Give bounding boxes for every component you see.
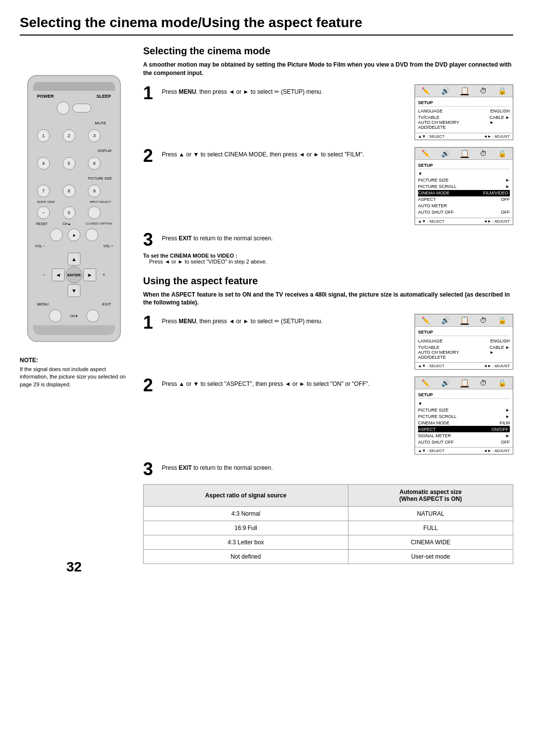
menu-icon-timer4: ⏱	[480, 379, 487, 387]
menu-icon-lock4: 🔒	[498, 379, 506, 387]
aspect-step-2: 2 Press ▲ or ▼ to select "ASPECT", then …	[143, 377, 513, 454]
exit-label: EXIT	[102, 302, 111, 306]
cinema-step1-text: Press MENU, then press ◄ or ► to select …	[162, 84, 410, 96]
cinema-mode-intro: A smoother motion may be obtained by set…	[143, 61, 513, 77]
cinema-step-3: 3 Press EXIT to return to the normal scr…	[143, 231, 513, 249]
page-number: 32	[66, 549, 81, 575]
num6-button[interactable]: 6	[88, 157, 101, 170]
menu-icon-timer2: ⏱	[480, 150, 487, 157]
num3-button[interactable]: 3	[88, 129, 101, 142]
menu-icon-timer: ⏱	[480, 87, 487, 95]
num1-button[interactable]: 1	[37, 129, 50, 142]
menu-icon-pencil4: ✏️	[421, 379, 430, 387]
page-title: Selecting the cinema mode/Using the aspe…	[20, 15, 513, 36]
chv-label: CH▼	[70, 314, 78, 318]
aspect-menu2-image: ✏️ 🔊 📋 ⏱ 🔒 SETUP ▼ PICTURE SIZE► PICTURE…	[415, 377, 513, 454]
note-title: NOTE:	[20, 357, 128, 364]
cinema-step3-text: Press EXIT to return to the normal scree…	[162, 231, 513, 243]
table-cell-aspect: User-set mode	[348, 550, 513, 564]
table-cell-aspect: CINEMA WIDE	[348, 535, 513, 550]
menu-icon-lock2: 🔒	[498, 150, 506, 157]
table-cell-aspect: NATURAL	[348, 507, 513, 521]
closed-caption-button[interactable]	[85, 228, 98, 241]
remote-power-sleep-labels: POWER SLEEP	[33, 94, 115, 99]
table-cell-aspect: FULL	[348, 521, 513, 535]
vol-minus-button[interactable]: −	[43, 272, 45, 277]
aspect-step2-number: 2	[143, 377, 157, 394]
table-row: 4:3 Letter boxCINEMA WIDE	[144, 535, 513, 550]
table-cell-signal: 4:3 Normal	[144, 507, 348, 521]
note-text: If the signal does not include aspect in…	[20, 366, 128, 388]
power-label: POWER	[37, 94, 54, 99]
enter-button[interactable]: ENTER	[66, 266, 82, 283]
cinema-step-1: 1 Press MENU, then press ◄ or ► to selec…	[143, 84, 513, 140]
menu-icon-setup: 📋	[460, 86, 469, 95]
num9-button[interactable]: 9	[88, 185, 101, 197]
table-cell-signal: Not defined	[144, 550, 348, 564]
power-button[interactable]	[57, 102, 70, 114]
input-select-button[interactable]	[88, 206, 101, 219]
reset-button[interactable]	[50, 228, 63, 241]
num4-button[interactable]: 4	[37, 157, 50, 170]
table-cell-signal: 16:9 Full	[144, 521, 348, 535]
dpad-up-button[interactable]: ▲	[68, 253, 80, 265]
reset-label: RESET	[36, 222, 47, 226]
num8-button[interactable]: 8	[63, 185, 76, 197]
vol-plus-label: VOL +	[103, 244, 113, 248]
cinema-subnote-text: Press ◄ or ► to select "VIDEO" in step 2…	[149, 259, 267, 265]
menu-icon-audio3: 🔊	[441, 316, 450, 324]
cinema-step2-text: Press ▲ or ▼ to select CINEMA MODE, then…	[162, 147, 410, 159]
cinema-menu2-image: ✏️ 🔊 📋 ⏱ 🔒 SETUP ▼ PICTURE SIZE► PICTURE…	[415, 147, 513, 225]
num7-button[interactable]: 7	[37, 185, 50, 197]
table-row: 4:3 NormalNATURAL	[144, 507, 513, 521]
cinema-mode-section: Selecting the cinema mode A smoother mot…	[143, 45, 513, 265]
exit-button-btn[interactable]	[86, 309, 99, 322]
ch-up-button[interactable]: ▲	[68, 228, 80, 241]
aspect-step-3: 3 Press EXIT to return to the normal scr…	[143, 460, 513, 478]
num0-button[interactable]: 0	[63, 206, 76, 219]
dpad-down-button[interactable]: ▼	[68, 284, 80, 297]
menu-icon-audio4: 🔊	[441, 379, 450, 387]
num2-button[interactable]: 2	[63, 129, 76, 142]
cha-label: CH▲	[63, 222, 71, 226]
table-cell-signal: 4:3 Letter box	[144, 535, 348, 550]
menu-button[interactable]	[49, 309, 62, 322]
aspect-feature-title: Using the aspect feature	[143, 275, 513, 287]
aspect-step-1: 1 Press MENU, then press ◄ or ► to selec…	[143, 314, 513, 370]
aspect-feature-intro: When the ASPECT feature is set to ON and…	[143, 291, 513, 307]
menu-icon-setup2: 📋	[460, 149, 469, 158]
dpad-right-button[interactable]: ►	[83, 268, 96, 281]
aspect-step3-number: 3	[143, 460, 157, 478]
aspect-step1-text: Press MENU, then press ◄ or ► to select …	[162, 314, 410, 326]
menu-label: MENU	[37, 302, 49, 306]
picture-size-label: PICTURE SIZE	[88, 177, 112, 180]
cinema-sub-note: To set the CINEMA MODE to VIDEO : Press …	[143, 253, 513, 265]
dpad: ▲ ▼ ◄ ► ENTER − +	[52, 253, 96, 297]
sleep-button[interactable]	[73, 104, 91, 113]
menu-icon-pencil3: ✏️	[421, 316, 430, 324]
menu-icon-lock3: 🔒	[498, 316, 506, 324]
vol-plus-button[interactable]: +	[103, 272, 105, 277]
aspect-step2-text: Press ▲ or ▼ to select "ASPECT", then pr…	[162, 377, 410, 388]
dash-button[interactable]: −	[37, 206, 50, 219]
aspect-step3-text: Press EXIT to return to the normal scree…	[162, 460, 513, 472]
quick-view-label: QUICK VIEW	[37, 200, 55, 203]
sleep-label: SLEEP	[96, 94, 111, 99]
table-col2-header: Automatic aspect size(When ASPECT is ON)	[348, 485, 513, 507]
mute-label: MUTE	[95, 121, 106, 125]
dpad-left-button[interactable]: ◄	[52, 268, 65, 281]
cinema-step1-number: 1	[143, 84, 157, 102]
menu-icon-timer3: ⏱	[480, 316, 487, 324]
menu-icon-pencil: ✏️	[421, 87, 430, 95]
num5-button[interactable]: 5	[63, 157, 76, 170]
menu-icon-pencil2: ✏️	[421, 150, 430, 157]
table-row: 16:9 FullFULL	[144, 521, 513, 535]
cinema-menu1-image: ✏️ 🔊 📋 ⏱ 🔒 SETUP LANGUAGEENGLISH TV/CABL…	[415, 84, 513, 140]
aspect-feature-section: Using the aspect feature When the ASPECT…	[143, 275, 513, 565]
cinema-mode-title: Selecting the cinema mode	[143, 45, 513, 57]
table-row: Not definedUser-set mode	[144, 550, 513, 564]
remote-control: POWER SLEEP MUTE 1 2 3 DISPLAY 4	[27, 75, 121, 342]
vol-minus-label: VOL −	[35, 244, 45, 248]
menu-icon-audio: 🔊	[441, 87, 450, 95]
input-select-label: INPUT SELECT	[90, 200, 111, 203]
